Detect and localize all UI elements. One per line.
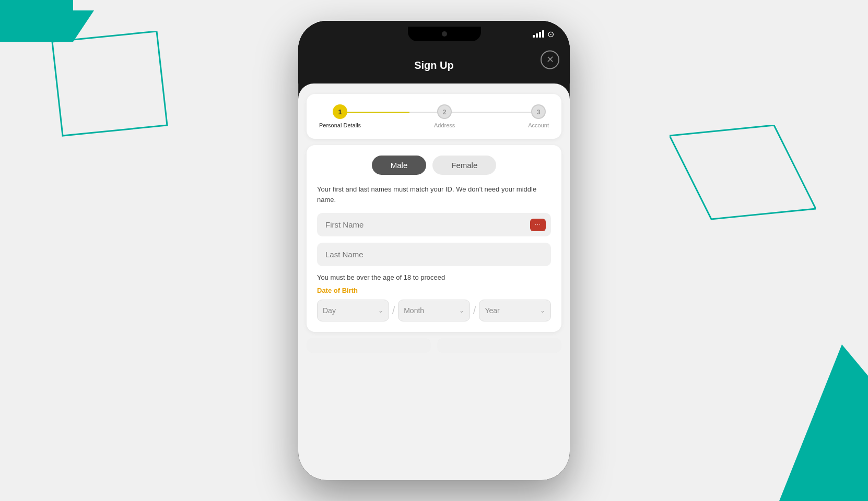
step-3: 3 Account — [528, 104, 549, 128]
status-icons: ⊙ — [533, 29, 554, 39]
step-1: 1 Personal Details — [319, 104, 361, 128]
steps-row: 1 Personal Details 2 Address 3 — [319, 104, 549, 128]
outline-shape-right — [670, 125, 816, 230]
male-button[interactable]: Male — [372, 156, 427, 175]
step-3-label: Account — [528, 122, 549, 128]
last-name-input[interactable] — [317, 243, 551, 266]
month-select[interactable]: Month ⌄ — [398, 300, 470, 321]
back-button[interactable] — [307, 338, 431, 353]
year-select[interactable]: Year ⌄ — [479, 300, 551, 321]
step-2-number: 2 — [443, 108, 447, 116]
step-3-circle: 3 — [531, 104, 546, 119]
step-1-label: Personal Details — [319, 122, 361, 128]
teal-shape-top-left — [0, 0, 104, 94]
notch — [408, 27, 481, 41]
status-bar: ⊙ — [298, 21, 570, 47]
step-indicator-card: 1 Personal Details 2 Address 3 — [307, 94, 561, 139]
dob-separator-1: / — [389, 305, 398, 317]
screen-body: 1 Personal Details 2 Address 3 — [298, 84, 570, 480]
next-button[interactable] — [437, 338, 561, 353]
step-3-number: 3 — [536, 108, 540, 116]
svg-marker-1 — [52, 31, 167, 136]
phone-frame: ⊙ Sign Up ✕ 1 Personal Details — [298, 21, 570, 480]
step-2: 2 Address — [434, 104, 455, 128]
close-button[interactable]: ✕ — [541, 50, 559, 69]
svg-marker-3 — [670, 125, 816, 219]
dob-label: Date of Birth — [317, 287, 551, 294]
age-warning-text: You must be over the age of 18 to procee… — [317, 273, 551, 281]
dob-separator-2: / — [470, 305, 479, 317]
outline-shape-left — [31, 31, 178, 146]
year-chevron: ⌄ — [540, 307, 545, 314]
name-info-text: Your first and last names must match you… — [317, 184, 551, 205]
month-label: Month — [404, 306, 424, 315]
teal-shape-bottom-right — [753, 344, 868, 501]
signal-bar-4 — [542, 30, 544, 38]
dob-row: Day ⌄ / Month ⌄ / Year ⌄ — [317, 300, 551, 321]
autofill-button[interactable]: ··· — [530, 219, 546, 231]
signal-bars — [533, 30, 544, 38]
signal-bar-3 — [539, 32, 541, 38]
svg-marker-0 — [0, 0, 94, 42]
signal-bar-1 — [533, 35, 535, 38]
header-title: Sign Up — [414, 59, 454, 71]
step-2-circle: 2 — [437, 104, 452, 119]
form-card: Male Female Your first and last names mu… — [307, 145, 561, 332]
first-name-input[interactable] — [317, 213, 551, 236]
phone-mockup: ⊙ Sign Up ✕ 1 Personal Details — [298, 21, 570, 480]
step-1-number: 1 — [338, 108, 342, 116]
svg-marker-2 — [779, 344, 868, 501]
step-2-label: Address — [434, 122, 455, 128]
first-name-field-container: ··· — [317, 213, 551, 236]
gender-row: Male Female — [317, 156, 551, 175]
step-1-circle: 1 — [333, 104, 347, 119]
autofill-dots: ··· — [535, 222, 541, 228]
day-label: Day — [323, 306, 336, 315]
month-chevron: ⌄ — [459, 307, 464, 314]
notch-dot — [442, 31, 447, 37]
signal-bar-2 — [536, 33, 538, 38]
wifi-icon: ⊙ — [547, 29, 554, 39]
year-label: Year — [485, 306, 499, 315]
day-select[interactable]: Day ⌄ — [317, 300, 389, 321]
bottom-partial-buttons — [298, 338, 570, 353]
day-chevron: ⌄ — [378, 307, 383, 314]
female-button[interactable]: Female — [432, 156, 496, 175]
